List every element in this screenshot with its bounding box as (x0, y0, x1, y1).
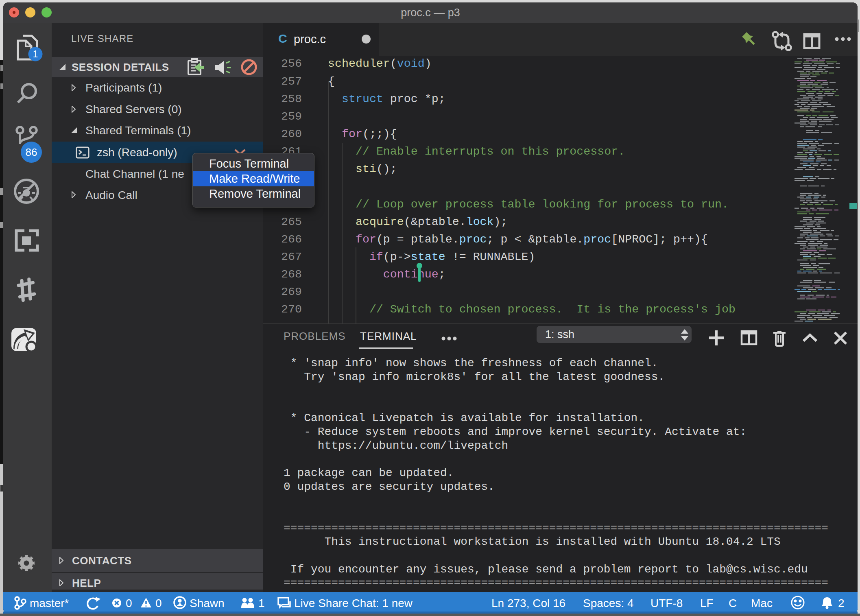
svg-text:1: 1 (258, 597, 265, 609)
svg-text:Mac: Mac (751, 597, 773, 609)
svg-text:2: 2 (838, 597, 845, 609)
svg-text:86: 86 (26, 146, 37, 158)
svg-text:Shawn: Shawn (190, 597, 225, 609)
svg-text:Live Share Chat: 1 new: Live Share Chat: 1 new (294, 597, 413, 609)
svg-text:C: C (729, 597, 737, 609)
svg-text:master*: master* (30, 597, 69, 609)
svg-text:0: 0 (155, 597, 162, 609)
svg-text:Ln 273, Col 16: Ln 273, Col 16 (491, 597, 565, 609)
svg-text:UTF-8: UTF-8 (650, 597, 683, 609)
svg-text:1: 1 (33, 49, 38, 59)
svg-text:LF: LF (700, 597, 714, 609)
svg-text:0: 0 (126, 597, 132, 609)
svg-text:Spaces: 4: Spaces: 4 (583, 597, 634, 609)
